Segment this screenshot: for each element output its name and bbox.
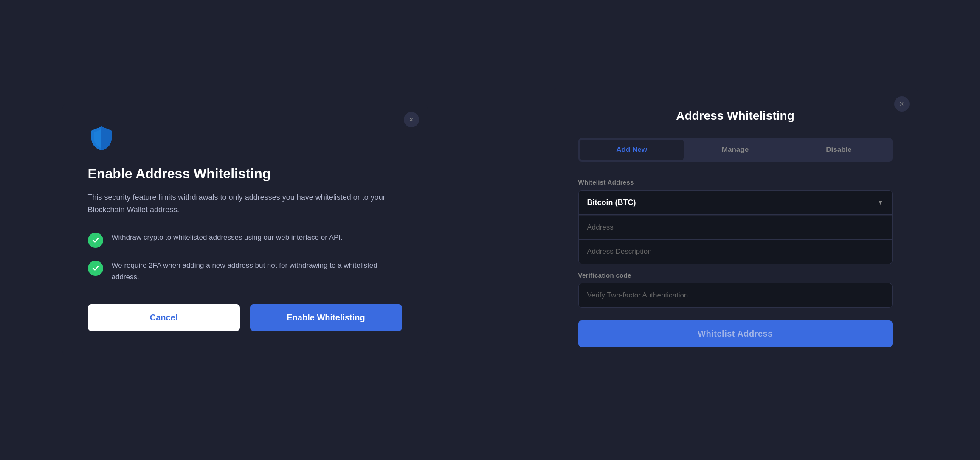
cancel-button[interactable]: Cancel [88,304,240,331]
tab-disable[interactable]: Disable [787,140,891,160]
shield-icon [88,125,402,154]
feature-text-1: Withdraw crypto to whitelisted addresses… [112,232,343,243]
enable-whitelisting-modal: × Enable Address Whitelisting This secur… [62,104,428,356]
button-row: Cancel Enable Whitelisting [88,304,402,331]
feature-list: Withdraw crypto to whitelisted addresses… [88,232,402,283]
verify-2fa-input[interactable] [578,283,893,308]
feature-item-1: Withdraw crypto to whitelisted addresses… [88,232,402,248]
tab-manage[interactable]: Manage [684,140,787,160]
enable-whitelisting-button[interactable]: Enable Whitelisting [250,304,402,331]
address-description-input[interactable] [579,240,892,264]
address-input[interactable] [579,216,892,240]
verification-code-label: Verification code [578,272,893,279]
currency-select-wrap: Bitcoin (BTC) Ethereum (ETH) Litecoin (L… [579,191,892,215]
modal-description: This security feature limits withdrawals… [88,191,402,216]
modal-title: Enable Address Whitelisting [88,165,402,182]
whitelist-address-button[interactable]: Whitelist Address [578,320,893,347]
currency-select[interactable]: Bitcoin (BTC) Ethereum (ETH) Litecoin (L… [579,191,892,215]
address-whitelisting-modal: × Address Whitelisting Add New Manage Di… [553,88,918,373]
check-icon-1 [88,233,103,248]
right-modal-title: Address Whitelisting [578,109,893,123]
tabs: Add New Manage Disable [578,138,893,162]
feature-text-2: We require 2FA when adding a new address… [112,260,402,283]
whitelist-address-label: Whitelist Address [578,179,893,186]
close-button[interactable]: × [404,112,419,127]
tab-add-new[interactable]: Add New [580,140,684,160]
address-input-group: Bitcoin (BTC) Ethereum (ETH) Litecoin (L… [578,190,893,264]
feature-item-2: We require 2FA when adding a new address… [88,260,402,283]
check-icon-2 [88,261,103,276]
right-panel: × Address Whitelisting Add New Manage Di… [490,0,980,460]
left-panel: × Enable Address Whitelisting This secur… [0,0,490,460]
right-close-button[interactable]: × [894,96,910,112]
